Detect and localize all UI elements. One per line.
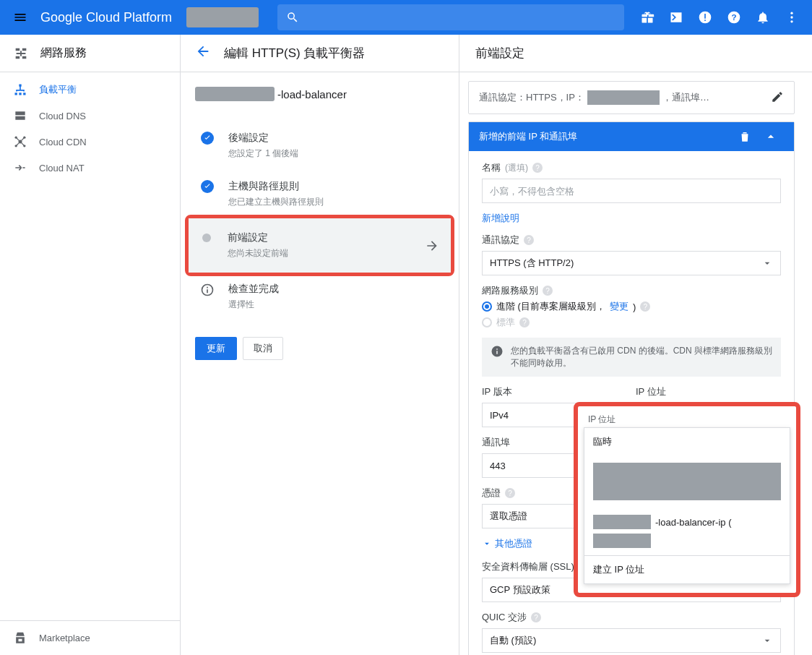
check-icon (201, 132, 214, 145)
name-input[interactable] (482, 179, 781, 203)
help-icon[interactable]: ? (505, 488, 515, 498)
nav-item-cloud-dns[interactable]: Cloud DNS (0, 103, 180, 129)
network-icon (13, 46, 29, 61)
dot-icon (202, 234, 211, 242)
help-icon[interactable]: ? (640, 301, 650, 312)
cloud-shell-icon[interactable] (662, 10, 691, 25)
cdn-info-box: 您的負載平衡器含有已啟用 CDN 的後端。CDN 與標準網路服務級別不能同時啟用… (482, 338, 781, 377)
help-icon[interactable]: ? (519, 317, 530, 328)
frontend-column: 前端設定 通訊協定：HTTPS，IP： ，通訊埠… 新增的前端 IP 和通訊埠 (459, 35, 812, 655)
highlight-frontend: 前端設定 您尚未設定前端 (185, 215, 454, 276)
project-selector[interactable] (186, 7, 259, 27)
add-description-link[interactable]: 新增說明 (482, 212, 781, 225)
field-quic: QUIC 交涉 ? 自動 (預設) (482, 611, 781, 653)
svg-point-5 (790, 12, 792, 14)
nav-item-cloud-nat[interactable]: Cloud NAT (0, 155, 180, 181)
delete-icon[interactable] (732, 130, 758, 143)
svg-rect-1 (704, 14, 706, 19)
svg-point-6 (790, 16, 792, 18)
nav-item-cloud-cdn[interactable]: Cloud CDN (0, 129, 180, 155)
card-header: 新增的前端 IP 和通訊埠 (469, 122, 794, 151)
nav-item-load-balancing[interactable]: 負載平衡 (0, 77, 180, 103)
step-review[interactable]: 檢查並完成 選擇性 (195, 273, 444, 321)
bell-icon[interactable] (748, 10, 777, 25)
nav-section-header: 網路服務 (0, 35, 180, 72)
cancel-button[interactable]: 取消 (243, 337, 283, 360)
svg-point-7 (790, 20, 792, 22)
svg-text:?: ? (731, 12, 736, 22)
more-icon[interactable] (777, 10, 806, 25)
field-protocol: 通訊協定 ? HTTPS (含 HTTP/2) (482, 234, 781, 275)
step-frontend[interactable]: 前端設定 您尚未設定前端 (189, 218, 451, 273)
brand-label: Google Cloud Platform (35, 10, 178, 25)
help-icon[interactable]: ? (532, 163, 543, 173)
nav-item-marketplace[interactable]: Marketplace (0, 620, 180, 655)
alert-icon[interactable] (691, 10, 720, 25)
step-host-path[interactable]: 主機與路徑規則 您已建立主機與路徑規則 (195, 170, 444, 218)
help-icon[interactable]: ? (720, 10, 748, 25)
help-icon[interactable]: ? (543, 286, 553, 296)
arrow-right-icon (423, 231, 441, 260)
existing-frontend-card: 通訊協定：HTTPS，IP： ，通訊埠… (468, 81, 795, 114)
left-nav: 網路服務 負載平衡 Cloud DNS Cloud CDN Cloud NAT … (0, 35, 181, 655)
edit-icon[interactable] (771, 90, 784, 106)
gift-icon[interactable] (633, 10, 662, 25)
back-icon[interactable] (195, 43, 211, 63)
svg-rect-2 (704, 20, 706, 21)
tier-standard-radio: 標準 ? (482, 316, 781, 329)
editor-column: 編輯 HTTP(S) 負載平衡器 -load-balancer 後端設定 您設定… (181, 35, 459, 655)
search-box[interactable] (277, 4, 624, 30)
menu-icon[interactable] (6, 10, 35, 25)
field-name: 名稱 (選填) ? (482, 161, 781, 203)
field-network-tier: 網路服務級別 ? 進階 (目前專案層級級別，變更) ? 標準 ? (482, 284, 781, 329)
ip-option-create[interactable]: 建立 IP 位址 (584, 556, 790, 583)
editor-title: 編輯 HTTP(S) 負載平衡器 (224, 45, 366, 61)
help-icon[interactable]: ? (531, 612, 541, 622)
ip-option-lb-ip[interactable]: -load-balancer-ip ( (584, 508, 790, 555)
ip-option-ephemeral[interactable]: 臨時 (584, 428, 790, 455)
top-bar: Google Cloud Platform ? (0, 0, 812, 35)
check-icon (201, 180, 214, 193)
frontend-title: 前端設定 (459, 35, 812, 72)
editor-header: 編輯 HTTP(S) 負載平衡器 (181, 35, 459, 72)
ip-dropdown-highlight: IP 位址 臨時 -load-balancer-ip ( 建立 IP 位址 (574, 402, 800, 597)
protocol-select[interactable]: HTTPS (含 HTTP/2) (482, 251, 781, 275)
tier-advanced-radio[interactable]: 進階 (目前專案層級級別，變更) ? (482, 300, 781, 313)
ip-option-redacted[interactable] (584, 455, 790, 508)
ip-dropdown: 臨時 -load-balancer-ip ( 建立 IP 位址 (584, 427, 790, 584)
collapse-icon[interactable] (758, 129, 784, 144)
step-backend[interactable]: 後端設定 您設定了 1 個後端 (195, 121, 444, 170)
info-icon (199, 283, 215, 311)
update-button[interactable]: 更新 (195, 337, 237, 360)
quic-select[interactable]: 自動 (預設) (482, 628, 781, 653)
lb-name: -load-balancer (195, 87, 444, 101)
help-icon[interactable]: ? (524, 235, 534, 245)
